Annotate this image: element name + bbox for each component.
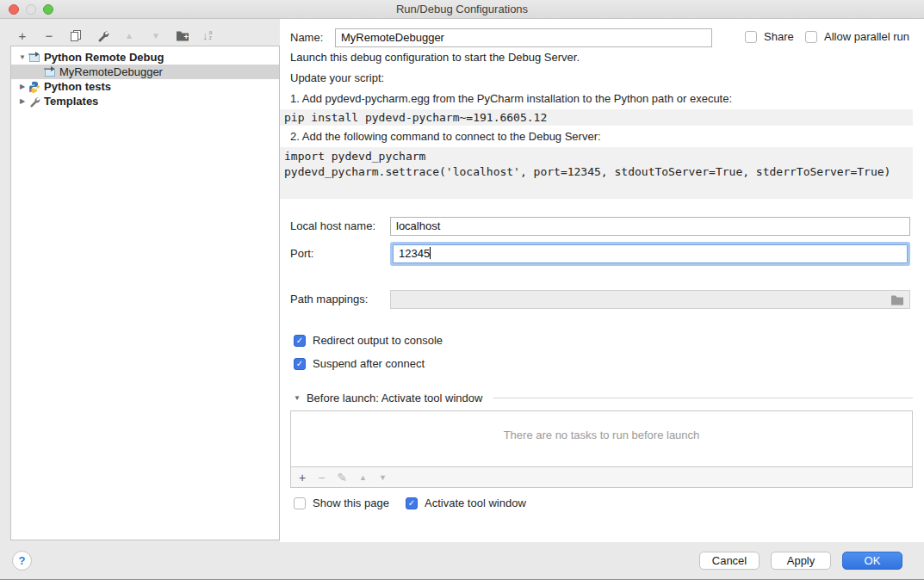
cancel-button[interactable]: Cancel (699, 552, 760, 570)
update-script-text: Update your script: (290, 71, 384, 86)
section-divider (493, 398, 913, 398)
launch-instruction-text: Launch this debug configuration to start… (290, 50, 580, 65)
chevron-right-icon[interactable]: ▶ (18, 97, 27, 105)
move-task-down-button[interactable]: ▼ (379, 473, 387, 482)
edit-task-pencil-icon[interactable]: ✎ (337, 471, 347, 484)
move-up-button[interactable]: ▲ (122, 28, 136, 42)
edit-defaults-wrench-icon[interactable] (96, 28, 109, 42)
redirect-output-checkbox[interactable]: ✓ (294, 335, 306, 347)
chevron-down-icon[interactable]: ▼ (18, 53, 27, 61)
path-mappings-label: Path mappings: (290, 290, 368, 308)
allow-parallel-checkbox-row: Allow parallel run (805, 30, 909, 43)
pip-install-command: pip install pydevd-pycharm~=191.6605.12 (280, 109, 913, 126)
activate-tool-window-label: Activate tool window (425, 497, 526, 509)
before-launch-task-list[interactable]: There are no tasks to run before launch (290, 410, 913, 467)
add-configuration-button[interactable]: + (16, 28, 29, 42)
show-this-page-row: Show this page (294, 497, 389, 509)
activate-tool-window-row: ✓ Activate tool window (406, 497, 526, 509)
move-task-up-button[interactable]: ▲ (359, 473, 367, 482)
templates-wrench-icon (27, 96, 42, 108)
tree-item-python-remote-debug[interactable]: ▼ Python Remote Debug (11, 50, 279, 65)
name-label: Name: (290, 28, 323, 46)
sort-configurations-icon[interactable]: ↓ az (202, 29, 212, 42)
share-checkbox[interactable] (745, 31, 757, 43)
step2-text: 2. Add the following command to connect … (290, 129, 601, 145)
dialog-buttons: Cancel Apply OK (699, 552, 902, 570)
configurations-tree: ▼ Python Remote Debug MyRemoteDebugger ▶… (10, 46, 280, 540)
apply-button[interactable]: Apply (771, 552, 831, 570)
empty-tasks-text: There are no tasks to run before launch (504, 429, 700, 441)
run-debug-configurations-dialog: Run/Debug Configurations + − ▲ ▼ + ↓ az … (0, 0, 924, 580)
window-title: Run/Debug Configurations (0, 0, 924, 19)
suspend-after-connect-row: ✓ Suspend after connect (294, 357, 425, 370)
port-label: Port: (290, 244, 313, 262)
svg-text:+: + (184, 33, 189, 41)
help-button[interactable]: ? (12, 551, 32, 571)
path-mappings-input[interactable] (390, 290, 910, 309)
text-cursor (430, 247, 431, 259)
remove-configuration-button[interactable]: − (42, 28, 56, 42)
allow-parallel-run-label: Allow parallel run (824, 30, 909, 43)
suspend-after-connect-checkbox[interactable]: ✓ (294, 358, 306, 370)
add-task-button[interactable]: + (299, 471, 306, 484)
port-input[interactable]: 12345 (393, 244, 908, 263)
move-down-button[interactable]: ▼ (149, 28, 163, 42)
name-input[interactable]: MyRemoteDebugger (335, 28, 712, 47)
before-launch-title: Before launch: Activate tool window (307, 392, 483, 404)
task-list-toolbar: + − ✎ ▲ ▼ (290, 467, 913, 488)
python-tests-icon (27, 81, 42, 93)
before-launch-section-header[interactable]: ▼ Before launch: Activate tool window (294, 392, 913, 404)
step1-text: 1. Add pydevd-pycharm.egg from the PyCha… (290, 91, 732, 107)
redirect-output-label: Redirect output to console (313, 334, 443, 347)
tree-item-python-tests[interactable]: ▶ Python tests (11, 79, 279, 94)
tree-item-templates[interactable]: ▶ Templates (11, 94, 279, 108)
redirect-output-row: ✓ Redirect output to console (294, 334, 443, 347)
code-line-import: import pydevd_pycharm (284, 149, 913, 164)
browse-folder-icon[interactable] (890, 293, 904, 311)
show-this-page-label: Show this page (313, 497, 389, 509)
ok-button[interactable]: OK (842, 552, 902, 570)
share-label: Share (764, 30, 794, 43)
collapse-section-icon[interactable]: ▼ (294, 394, 301, 402)
local-host-input[interactable]: localhost (390, 217, 910, 236)
tree-item-myremotedebugger[interactable]: MyRemoteDebugger (11, 65, 279, 79)
settrace-code-block: import pydevd_pycharm pydevd_pycharm.set… (280, 147, 913, 199)
copy-configuration-icon[interactable] (69, 28, 83, 42)
activate-tool-window-checkbox[interactable]: ✓ (406, 497, 418, 509)
share-checkbox-row: Share (745, 30, 794, 43)
local-host-label: Local host name: (290, 217, 375, 235)
allow-parallel-run-checkbox[interactable] (805, 31, 817, 43)
remote-debug-icon (42, 65, 58, 78)
new-folder-icon[interactable]: + (176, 28, 189, 42)
title-bar[interactable]: Run/Debug Configurations (0, 0, 924, 19)
remote-debug-icon (27, 51, 42, 64)
suspend-after-connect-label: Suspend after connect (313, 357, 425, 370)
chevron-right-icon[interactable]: ▶ (18, 83, 27, 90)
code-line-settrace: pydevd_pycharm.settrace('localhost', por… (284, 164, 913, 180)
configurations-toolbar: + − ▲ ▼ + ↓ az (16, 26, 212, 45)
show-this-page-checkbox[interactable] (294, 497, 306, 509)
remove-task-button[interactable]: − (318, 471, 325, 484)
configuration-editor-panel: Name: MyRemoteDebugger Share Allow paral… (280, 19, 924, 542)
